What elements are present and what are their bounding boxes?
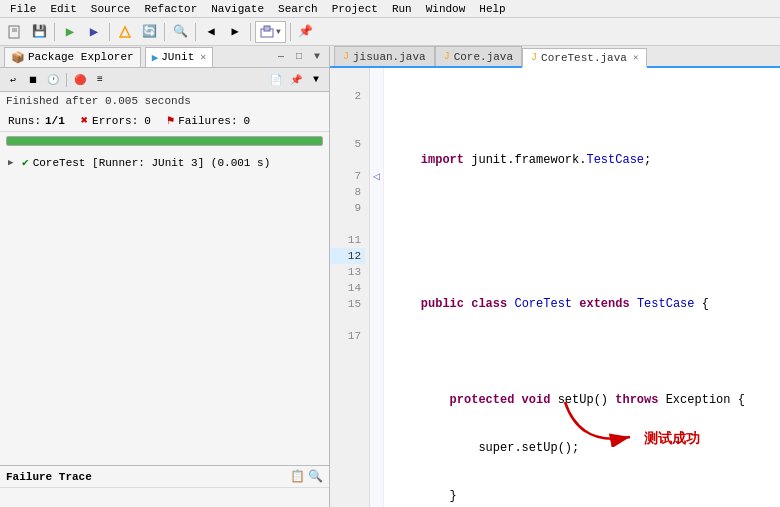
editor-tab-coretest[interactable]: J CoreTest.java ✕ (522, 48, 647, 68)
tab-junit-label: JUnit (161, 51, 194, 63)
menu-project[interactable]: Project (326, 2, 384, 16)
line-num-9: 9 (330, 200, 365, 216)
code-line-1 (392, 104, 772, 120)
tb-refresh-btn[interactable]: 🔄 (138, 21, 160, 43)
editor-tab-core-label: Core.java (454, 51, 513, 63)
tb-new-btn[interactable] (4, 21, 26, 43)
gutter-mark-13 (370, 264, 383, 280)
gutter-mark-17 (370, 328, 383, 344)
errors-value: 0 (144, 115, 151, 127)
line-num-12: 12 (330, 248, 365, 264)
failure-icon: ⚑ (167, 113, 174, 128)
coretest-file-icon: J (531, 52, 537, 63)
gutter-mark-7: ◁ (370, 168, 383, 184)
gutter-mark-3 (370, 104, 383, 120)
editor-tab-core[interactable]: J Core.java (435, 46, 522, 66)
perspective-dropdown-arrow: ▼ (276, 27, 281, 36)
runs-label: Runs: (8, 115, 41, 127)
tb-prev-btn[interactable]: ◀ (200, 21, 222, 43)
junit-status-message: Finished after 0.005 seconds (0, 92, 329, 110)
tree-item-coretest[interactable]: ▶ ✔ CoreTest [Runner: JUnit 3] (0.001 s) (0, 154, 329, 171)
error-icon: ✖ (81, 113, 88, 128)
tb-save-btn[interactable]: 💾 (28, 21, 50, 43)
menu-run[interactable]: Run (386, 2, 418, 16)
tb-debug-btn[interactable]: ▶ (83, 21, 105, 43)
menubar: File Edit Source Refactor Navigate Searc… (0, 0, 780, 18)
tb-run-btn[interactable]: ▶ (59, 21, 81, 43)
gutter-mark-10 (370, 216, 383, 232)
code-line-3 (392, 200, 772, 216)
menu-file[interactable]: File (4, 2, 42, 16)
tb-next-btn[interactable]: ▶ (224, 21, 246, 43)
tab-package-explorer[interactable]: 📦 Package Explorer (4, 47, 141, 67)
line-num-15: 15 (330, 296, 365, 312)
maximize-panel-btn[interactable]: □ (291, 49, 307, 65)
coretest-icon: ✔ (22, 156, 29, 169)
junit-tb-pin[interactable]: 📌 (287, 71, 305, 89)
code-annotation: 测试成功 (560, 397, 700, 447)
line-num-2: 2 (330, 88, 365, 104)
jisuan-file-icon: J (343, 51, 349, 62)
junit-tb-sep (66, 73, 67, 87)
failures-value: 0 (244, 115, 251, 127)
tb-search-btn[interactable]: 🔍 (169, 21, 191, 43)
stat-runs: Runs: 1/1 (8, 115, 65, 127)
editor-tab-close-btn[interactable]: ✕ (633, 52, 638, 63)
junit-tb-history[interactable]: 🕐 (44, 71, 62, 89)
junit-tb-stop[interactable]: ⏹ (24, 71, 42, 89)
editor-panel: J jisuan.java J Core.java J CoreTest.jav… (330, 46, 780, 507)
failure-trace-copy-btn[interactable]: 📋 (290, 469, 305, 484)
junit-tb-layout[interactable]: ≡ (91, 71, 109, 89)
perspective-dropdown[interactable]: ▼ (255, 21, 286, 43)
junit-tree: ▶ ✔ CoreTest [Runner: JUnit 3] (0.001 s) (0, 150, 329, 465)
panel-tabbar: 📦 Package Explorer ▶ JUnit ✕ — □ ▼ (0, 46, 329, 68)
code-editor[interactable]: 2 5 7 8 9 11 12 13 14 15 17 (330, 68, 780, 507)
gutter-mark-6 (370, 152, 383, 168)
junit-tb-menu[interactable]: ▼ (307, 71, 325, 89)
editor-tab-jisuan[interactable]: J jisuan.java (334, 46, 435, 66)
line-num-16 (330, 312, 365, 328)
editor-tabbar: J jisuan.java J Core.java J CoreTest.jav… (330, 46, 780, 68)
gutter: ◁ (370, 68, 384, 507)
menu-refactor[interactable]: Refactor (138, 2, 203, 16)
menu-source[interactable]: Source (85, 2, 137, 16)
failure-trace: Failure Trace 📋 🔍 (0, 465, 329, 507)
junit-tb-filter[interactable]: 🔴 (71, 71, 89, 89)
line-num-1 (330, 72, 365, 88)
menu-search[interactable]: Search (272, 2, 324, 16)
junit-toolbar: ↩ ⏹ 🕐 🔴 ≡ 📄 📌 ▼ (0, 68, 329, 92)
menu-navigate[interactable]: Navigate (205, 2, 270, 16)
gutter-mark-1 (370, 72, 383, 88)
menu-edit[interactable]: Edit (44, 2, 82, 16)
junit-progress-fill (7, 137, 322, 145)
failure-trace-header: Failure Trace 📋 🔍 (0, 466, 329, 488)
menu-window[interactable]: Window (420, 2, 472, 16)
gutter-mark-14 (370, 280, 383, 296)
tab-junit[interactable]: ▶ JUnit ✕ (145, 47, 214, 67)
svg-rect-0 (9, 26, 19, 38)
tb-pin-btn[interactable]: 📌 (295, 21, 317, 43)
line-num-8: 8 (330, 184, 365, 200)
gutter-mark-8 (370, 184, 383, 200)
failure-trace-controls: 📋 🔍 (290, 469, 323, 484)
toolbar-sep-1 (54, 23, 55, 41)
editor-tab-coretest-label: CoreTest.java (541, 52, 627, 64)
failures-label: Failures: (178, 115, 237, 127)
toolbar: 💾 ▶ ▶ 🔄 🔍 ◀ ▶ ▼ 📌 (0, 18, 780, 46)
tb-build-btn[interactable] (114, 21, 136, 43)
junit-tb-rerun[interactable]: ↩ (4, 71, 22, 89)
gutter-mark-2 (370, 88, 383, 104)
toolbar-sep-4 (195, 23, 196, 41)
gutter-mark-18 (370, 344, 383, 360)
success-annotation-text: 测试成功 (644, 431, 700, 447)
junit-tab-close[interactable]: ✕ (200, 51, 206, 63)
line-num-13: 13 (330, 264, 365, 280)
tab-package-explorer-label: Package Explorer (28, 51, 134, 63)
gutter-mark-12 (370, 248, 383, 264)
minimize-panel-btn[interactable]: — (273, 49, 289, 65)
menu-help[interactable]: Help (473, 2, 511, 16)
code-content[interactable]: import junit.framework.TestCase; public … (384, 68, 780, 507)
junit-tb-scroll[interactable]: 📄 (267, 71, 285, 89)
failure-trace-filter-btn[interactable]: 🔍 (308, 469, 323, 484)
view-menu-btn[interactable]: ▼ (309, 49, 325, 65)
